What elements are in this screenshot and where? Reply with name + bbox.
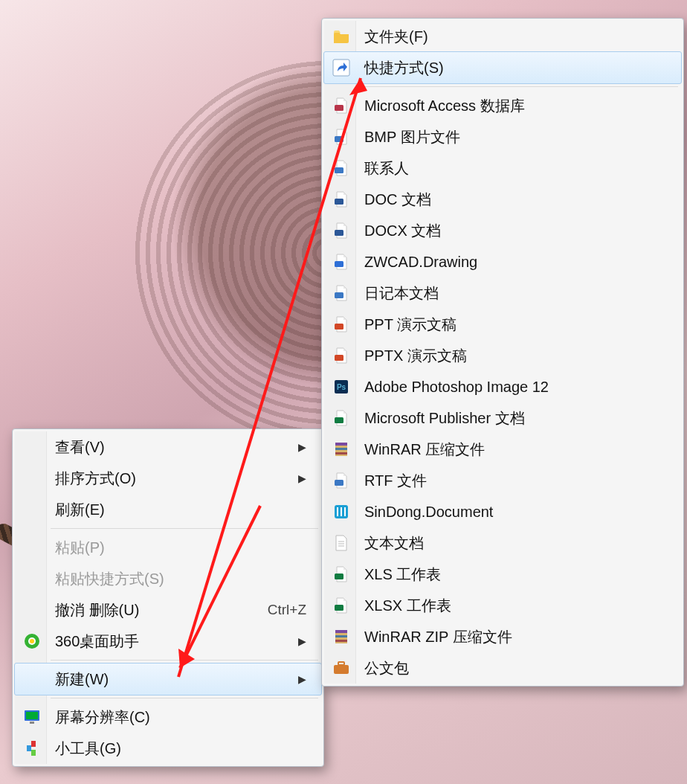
svg-rect-8 [31, 750, 36, 756]
desktop-context-menu: 查看(V)▶排序方式(O)▶刷新(E)粘贴(P)粘贴快捷方式(S)撤消 删除(U… [12, 428, 324, 767]
menu-item-shortcut: Ctrl+Z [268, 602, 306, 618]
svg-rect-18 [335, 355, 344, 361]
new-submenu-item-20[interactable]: WinRAR ZIP 压缩文件 [324, 621, 681, 652]
svg-point-2 [30, 639, 34, 643]
journal-icon [332, 284, 350, 302]
new-submenu-item-10[interactable]: PPT 演示文稿 [324, 309, 681, 340]
menu-item-label: 刷新(E) [55, 500, 306, 520]
context-menu-item-6[interactable]: 撤消 删除(U)Ctrl+Z [15, 594, 321, 626]
menu-item-label: BMP 图片文件 [364, 127, 666, 147]
menu-item-label: RTF 文件 [364, 471, 666, 491]
context-menu-item-7[interactable]: 360桌面助手▶ [15, 626, 321, 657]
context-menu-item-11[interactable]: 屏幕分辨率(C) [15, 701, 321, 733]
menu-item-label: 新建(W) [55, 669, 298, 690]
svg-rect-17 [335, 324, 344, 330]
menu-item-label: ZWCAD.Drawing [364, 254, 666, 271]
menu-item-label: DOCX 文档 [364, 221, 666, 241]
svg-rect-21 [335, 417, 344, 423]
new-submenu-item-5[interactable]: 联系人 [324, 152, 681, 184]
new-submenu-item-12[interactable]: PsAdobe Photoshop Image 12 [324, 371, 681, 402]
menu-item-label: 小工具(G) [55, 739, 306, 759]
menu-item-label: XLSX 工作表 [364, 596, 666, 616]
svg-rect-13 [335, 199, 344, 205]
new-submenu-item-16[interactable]: SinDong.Document [324, 496, 681, 527]
menu-separator [51, 528, 318, 529]
menu-item-label: 360桌面助手 [55, 632, 298, 652]
svg-rect-22 [335, 443, 347, 446]
access-icon [332, 97, 350, 115]
sindong-icon [332, 503, 350, 521]
svg-rect-31 [335, 640, 347, 642]
shortcut-icon [332, 59, 350, 77]
menu-item-label: PPT 演示文稿 [364, 315, 666, 335]
new-submenu-item-13[interactable]: Microsoft Publisher 文档 [324, 402, 681, 434]
new-submenu-item-14[interactable]: WinRAR 压缩文件 [324, 434, 681, 465]
svg-rect-5 [30, 722, 34, 724]
svg-rect-11 [335, 136, 344, 142]
new-submenu-item-3[interactable]: Microsoft Access 数据库 [324, 90, 681, 121]
menu-item-label: 屏幕分辨率(C) [55, 707, 306, 727]
menu-item-label: XLS 工作表 [364, 565, 666, 585]
menu-item-label: 粘贴快捷方式(S) [55, 569, 306, 589]
new-submenu-item-19[interactable]: XLSX 工作表 [324, 590, 681, 621]
new-submenu-item-0[interactable]: 文件夹(F) [324, 21, 681, 52]
svg-rect-6 [31, 741, 36, 747]
rar-icon [332, 440, 350, 458]
pptx-icon [332, 347, 350, 364]
new-submenu-item-9[interactable]: 日记本文档 [324, 277, 681, 309]
menu-item-label: Microsoft Publisher 文档 [364, 408, 666, 428]
menu-item-label: PPTX 演示文稿 [364, 346, 666, 366]
context-menu-item-0[interactable]: 查看(V)▶ [15, 431, 321, 463]
new-submenu-item-18[interactable]: XLS 工作表 [324, 559, 681, 590]
new-submenu-item-6[interactable]: DOC 文档 [324, 184, 681, 215]
context-menu-item-2[interactable]: 刷新(E) [15, 494, 321, 525]
svg-rect-27 [335, 573, 344, 579]
context-menu-item-12[interactable]: 小工具(G) [15, 733, 321, 764]
svg-rect-24 [335, 452, 347, 454]
context-menu-item-9[interactable]: 新建(W)▶ [14, 663, 322, 695]
menu-item-label: 日记本文档 [364, 283, 666, 303]
new-submenu-item-4[interactable]: BMP 图片文件 [324, 121, 681, 152]
context-menu-item-4: 粘贴(P) [15, 532, 321, 563]
menu-item-label: Adobe Photoshop Image 12 [364, 379, 666, 396]
psd-icon: Ps [332, 378, 350, 396]
briefcase-icon [332, 659, 350, 677]
new-submenu-item-7[interactable]: DOCX 文档 [324, 215, 681, 246]
menu-item-label: 联系人 [364, 158, 666, 179]
svg-rect-14 [335, 230, 344, 236]
context-menu-item-5: 粘贴快捷方式(S) [15, 563, 321, 594]
txt-icon [332, 534, 350, 552]
menu-item-label: Microsoft Access 数据库 [364, 96, 666, 116]
context-menu-item-1[interactable]: 排序方式(O)▶ [15, 463, 321, 494]
new-submenu-item-17[interactable]: 文本文档 [324, 527, 681, 559]
menu-item-label: WinRAR ZIP 压缩文件 [364, 627, 666, 647]
svg-rect-28 [335, 605, 344, 611]
svg-text:Ps: Ps [337, 383, 346, 391]
new-submenu-item-1[interactable]: 快捷方式(S) [323, 51, 682, 84]
monitor-icon [23, 708, 41, 726]
folder-icon [332, 28, 350, 45]
svg-rect-32 [334, 665, 349, 674]
submenu-arrow-icon: ▶ [298, 472, 306, 484]
new-submenu-item-11[interactable]: PPTX 演示文稿 [324, 340, 681, 371]
new-submenu-item-21[interactable]: 公文包 [324, 652, 681, 684]
menu-separator [360, 86, 678, 87]
menu-item-label: 撤消 删除(U) [55, 600, 245, 620]
svg-rect-23 [335, 448, 347, 450]
svg-rect-33 [338, 662, 344, 665]
menu-item-label: 粘贴(P) [55, 538, 306, 558]
pub-icon [332, 409, 350, 427]
submenu-arrow-icon: ▶ [298, 635, 306, 647]
svg-rect-12 [335, 167, 344, 173]
menu-item-label: 公文包 [364, 658, 666, 678]
menu-item-label: DOC 文档 [364, 190, 666, 210]
menu-item-label: 快捷方式(S) [364, 58, 666, 78]
bmp-icon [332, 128, 350, 146]
svg-rect-4 [26, 712, 38, 719]
new-submenu-item-15[interactable]: RTF 文件 [324, 465, 681, 496]
new-submenu-item-8[interactable]: ZWCAD.Drawing [324, 246, 681, 277]
svg-rect-16 [335, 292, 344, 298]
doc-icon [332, 190, 350, 208]
svg-rect-29 [335, 630, 347, 633]
menu-separator [51, 698, 318, 698]
